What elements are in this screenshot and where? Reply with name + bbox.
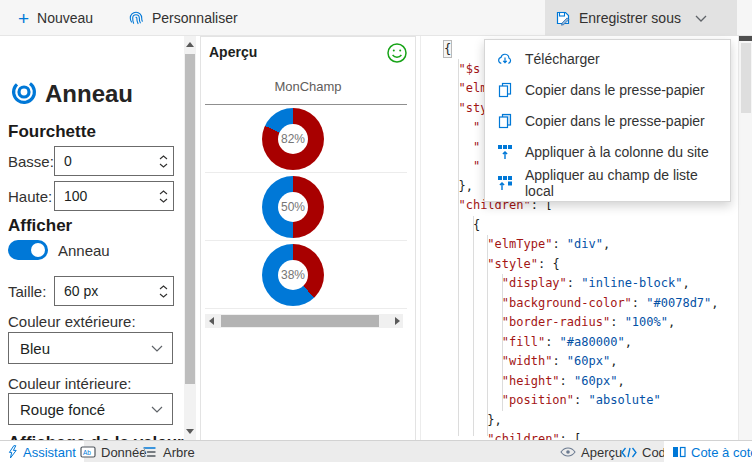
customize-button-label: Personnaliser <box>152 10 238 26</box>
chevron-down-icon <box>151 406 163 413</box>
menu-item-3[interactable]: Appliquer à la colonne du site <box>485 136 730 167</box>
high-input[interactable]: 100 <box>54 181 174 211</box>
panel-title-row: Anneau <box>10 78 133 110</box>
lightning-icon <box>8 445 18 459</box>
eye-icon <box>560 447 576 457</box>
code-line: "elmType": "div", <box>444 235 739 255</box>
tree-icon <box>142 445 158 459</box>
column-formatter-app: + Nouveau Personnaliser Enregist <box>0 0 752 462</box>
customize-button[interactable]: Personnaliser <box>118 0 248 36</box>
menu-item-label: Appliquer au champ de liste local <box>525 167 718 199</box>
donut-chart: 82% <box>262 108 324 170</box>
save-edit-icon <box>555 10 571 26</box>
smiley-happy-icon <box>386 42 408 64</box>
code-line: "display": "inline-block", <box>444 274 739 294</box>
code-line: "position": "absolute" <box>444 391 739 411</box>
menu-item-label: Copier dans le presse-papier <box>525 82 705 98</box>
new-button-label: Nouveau <box>37 10 93 26</box>
size-label: Taille: <box>8 283 46 300</box>
preview-rows: 82%50%38% <box>205 105 407 309</box>
inner-color-label: Couleur intérieure: <box>8 375 131 392</box>
inner-color-value: Rouge foncé <box>9 401 145 418</box>
tab-cote-à-cote[interactable]: Cote à cote <box>664 441 752 462</box>
fingerprint-icon <box>128 10 144 26</box>
high-spinner[interactable] <box>155 190 173 203</box>
editor-scrollbar-thumb[interactable] <box>741 43 751 113</box>
ring-toggle[interactable] <box>8 240 48 260</box>
tab-label: Arbre <box>163 445 195 460</box>
code-line: }, <box>444 411 739 431</box>
scrollbar-thumb[interactable] <box>185 54 195 384</box>
preview-hscrollbar[interactable] <box>205 314 403 328</box>
bottom-bar: AssistantAbDonnéeArbre AperçuCodeCote à … <box>0 440 752 462</box>
low-spinner[interactable] <box>155 155 173 168</box>
range-heading: Fourchette <box>8 122 96 142</box>
scroll-up-arrow-icon[interactable] <box>186 42 194 47</box>
code-line: "background-color": "#0078d7", <box>444 294 739 314</box>
settings-panel: Anneau Fourchette Basse: 0 Haute: 100 Af… <box>0 36 184 440</box>
outer-color-select[interactable]: Bleu <box>8 332 173 364</box>
chevron-down-icon <box>695 15 707 22</box>
settings-scrollbar[interactable] <box>184 36 196 440</box>
table-row: 50% <box>205 173 407 241</box>
donut-value: 50% <box>278 192 308 222</box>
inner-color-select[interactable]: Rouge foncé <box>8 393 173 425</box>
low-label: Basse: <box>8 153 54 170</box>
save-as-menu: TéléchargerCopier dans le presse-papierC… <box>484 39 731 202</box>
page-title: Anneau <box>45 80 133 108</box>
copy-page-icon <box>497 113 513 129</box>
low-value: 0 <box>55 153 155 169</box>
toggle-knob <box>31 243 45 257</box>
code-line: { <box>444 216 739 236</box>
save-as-button-label: Enregistrer sous <box>579 10 681 26</box>
column-header: MonChamp <box>201 79 415 94</box>
code-line: "fill": "#a80000", <box>444 333 739 353</box>
preview-panel: Aperçu MonChamp 82%50%38% <box>200 36 416 441</box>
toggle-label: Anneau <box>58 242 110 259</box>
size-input[interactable]: 60 px <box>54 276 174 306</box>
high-label: Haute: <box>8 188 52 205</box>
tab-label: Assistant <box>23 445 76 460</box>
outer-color-label: Couleur extérieure: <box>8 313 136 330</box>
donut-value: 38% <box>278 260 308 290</box>
menu-item-label: Télécharger <box>525 51 600 67</box>
chevron-down-icon <box>151 345 163 352</box>
table-row: 38% <box>205 241 407 309</box>
donut-chart: 50% <box>262 176 324 238</box>
top-toolbar: + Nouveau Personnaliser Enregist <box>0 0 752 36</box>
editor-scrollbar[interactable] <box>738 36 752 440</box>
menu-item-4[interactable]: Appliquer au champ de liste local <box>485 167 730 198</box>
hscroll-thumb[interactable] <box>221 315 379 327</box>
code-line: "width": "60px", <box>444 352 739 372</box>
plus-icon: + <box>18 9 29 28</box>
apply-field-icon <box>497 175 513 191</box>
new-button[interactable]: + Nouveau <box>8 0 103 36</box>
scroll-right-arrow-icon[interactable] <box>391 317 403 325</box>
apply-column-icon <box>497 144 513 160</box>
save-as-button[interactable]: Enregistrer sous <box>545 0 737 36</box>
scroll-indicator <box>739 36 752 41</box>
svg-text:Ab: Ab <box>83 449 91 456</box>
scroll-left-arrow-icon[interactable] <box>205 317 217 325</box>
code-line: "height": "60px", <box>444 372 739 392</box>
tab-label: Cote à cote <box>691 445 752 460</box>
tab-arbre[interactable]: Arbre <box>134 441 203 462</box>
hscroll-track[interactable] <box>217 314 391 328</box>
preview-title: Aperçu <box>209 44 257 60</box>
code-icon <box>621 447 637 458</box>
menu-item-label: Appliquer à la colonne du site <box>525 144 709 160</box>
scroll-down-arrow-icon[interactable] <box>186 429 194 434</box>
side-by-side-icon <box>672 446 686 458</box>
data-icon: Ab <box>80 445 96 459</box>
menu-item-1[interactable]: Copier dans le presse-papier <box>485 74 730 105</box>
copy-icon <box>497 82 513 98</box>
cloud-download-icon <box>497 51 513 67</box>
code-line: "style": { <box>444 255 739 275</box>
ring-icon <box>10 78 38 110</box>
size-value: 60 px <box>55 283 155 299</box>
code-line: "border-radius": "100%", <box>444 313 739 333</box>
menu-item-0[interactable]: Télécharger <box>485 43 730 74</box>
menu-item-2[interactable]: Copier dans le presse-papier <box>485 105 730 136</box>
low-input[interactable]: 0 <box>54 146 174 176</box>
size-spinner[interactable] <box>155 285 173 298</box>
